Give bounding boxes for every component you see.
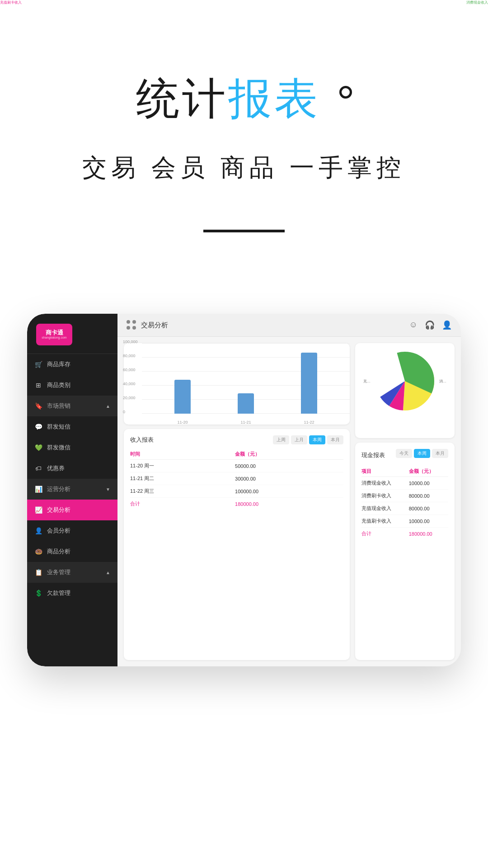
sidebar-label-sms: 群发短信 <box>47 423 70 431</box>
hero-title-prefix: 统计 <box>136 74 228 123</box>
revenue-header: 收入报表 上周 上月 本周 本月 <box>130 435 343 444</box>
sidebar-logo: 商卡通 shangkatong.com <box>27 314 117 354</box>
sidebar-item-goods-category[interactable]: ⊞ 商品类别 <box>27 375 117 396</box>
sidebar-label-business: 业务管理 <box>47 568 70 576</box>
sidebar-item-marketing[interactable]: 🔖 市场营销 ▲ <box>27 396 117 416</box>
main-header: 交易分析 ☺ 🎧 👤 <box>117 314 461 337</box>
cash-tab-week[interactable]: 本周 <box>414 449 430 458</box>
cash-amount-2: 80000.00 <box>409 490 448 502</box>
sidebar-item-sms[interactable]: 💬 群发短信 <box>27 416 117 437</box>
cash-item-2: 消费刷卡收入 <box>361 490 409 502</box>
tab-last-week[interactable]: 上周 <box>273 435 289 444</box>
logo: 商卡通 shangkatong.com <box>36 324 72 345</box>
sidebar-item-goods-analysis[interactable]: 🍩 商品分析 <box>27 541 117 562</box>
sidebar-item-wechat[interactable]: 💚 群发微信 <box>27 437 117 458</box>
pie-chart-card: 充值刷卡收入 消费现金收入 <box>355 343 455 438</box>
hero-divider <box>203 230 285 232</box>
row-amount-2: 30000.00 <box>235 472 343 485</box>
logo-sub: shangkatong.com <box>42 336 66 340</box>
sidebar-item-goods-inventory[interactable]: 🛒 商品库存 <box>27 354 117 375</box>
headphone-icon[interactable]: 🎧 <box>425 320 435 330</box>
table-row: 消费现金收入 10000.00 <box>361 477 448 490</box>
x-label-1121: 11-21 <box>240 420 251 425</box>
bar-1120 <box>174 380 191 414</box>
sidebar-item-coupon[interactable]: 🏷 优惠券 <box>27 458 117 479</box>
col-amount: 金额（元） <box>235 449 343 460</box>
cash-total-amount: 180000.00 <box>409 528 448 540</box>
grid-icon: ⊞ <box>34 381 42 389</box>
pie-chart-wrapper: 充… 消… <box>361 349 448 413</box>
sidebar: 商卡通 shangkatong.com 🛒 商品库存 ⊞ 商品类别 🔖 市场营销… <box>27 314 117 666</box>
cash-item-3: 充值现金收入 <box>361 502 409 515</box>
cash-col-item: 项目 <box>361 466 409 477</box>
tab-this-week[interactable]: 本周 <box>309 435 325 444</box>
col-date: 时间 <box>130 449 235 460</box>
revenue-tabs: 上周 上月 本周 本月 <box>273 435 343 444</box>
x-label-1122: 11-22 <box>304 420 314 425</box>
sidebar-label-goods-analysis: 商品分析 <box>47 547 70 556</box>
bar-value-1122 <box>301 353 317 414</box>
sidebar-label-coupon: 优惠券 <box>47 464 65 472</box>
row-date-2: 11-21 周二 <box>130 472 235 485</box>
bar-value-1120 <box>174 380 191 414</box>
sidebar-item-member[interactable]: 👤 会员分析 <box>27 520 117 541</box>
row-date-1: 11-20 周一 <box>130 460 235 472</box>
sidebar-item-trade[interactable]: 📈 交易分析 <box>27 500 117 520</box>
arrow-down-icon: ▼ <box>106 487 110 492</box>
revenue-title: 收入报表 <box>130 436 154 444</box>
tab-last-month[interactable]: 上月 <box>291 435 307 444</box>
bar-value-1121 <box>238 393 254 414</box>
bar-1121 <box>238 393 254 414</box>
cart-icon: 🛒 <box>34 360 42 368</box>
bar-1122 <box>301 353 317 414</box>
sidebar-item-operations[interactable]: 📊 运营分析 ▼ <box>27 479 117 500</box>
header-icons: ☺ 🎧 👤 <box>409 320 452 330</box>
row-date-3: 11-22 周三 <box>130 485 235 498</box>
sidebar-label-operations: 运营分析 <box>47 485 70 493</box>
header-left: 交易分析 <box>127 320 168 330</box>
chat-icon: 💬 <box>34 423 42 431</box>
table-row: 11-22 周三 100000.00 <box>130 485 343 498</box>
dashboard-mockup: 商卡通 shangkatong.com 🛒 商品库存 ⊞ 商品类别 🔖 市场营销… <box>27 314 461 666</box>
sidebar-label-wechat: 群发微信 <box>47 443 70 452</box>
revenue-total-row: 合计 180000.00 <box>130 498 343 510</box>
cash-item-1: 消费现金收入 <box>361 477 409 490</box>
bar-chart-card: 100,000 80,000 60,000 40,000 20,000 0 <box>124 343 350 425</box>
table-row: 充值现金收入 80000.00 <box>361 502 448 515</box>
user-profile-icon[interactable]: 👤 <box>442 320 452 330</box>
bookmark-icon: 🔖 <box>34 402 42 410</box>
sidebar-label-goods-inventory: 商品库存 <box>47 360 70 368</box>
sidebar-item-debt[interactable]: 💲 欠款管理 <box>27 583 117 604</box>
menu-dots[interactable] <box>127 320 136 330</box>
sidebar-label-marketing: 市场营销 <box>47 402 70 410</box>
revenue-card: 收入报表 上周 上月 本周 本月 时间 <box>124 429 350 660</box>
bar-chart-icon: 📊 <box>34 485 42 493</box>
dashboard-body: 100,000 80,000 60,000 40,000 20,000 0 <box>117 337 461 666</box>
cash-tab-today[interactable]: 今天 <box>396 449 412 458</box>
cash-table: 项目 金额（元） 消费现金收入 10000.00 消费刷卡收 <box>361 466 448 540</box>
total-label: 合计 <box>130 498 235 510</box>
logo-text: 商卡通 <box>46 330 63 336</box>
table-row: 11-21 周二 30000.00 <box>130 472 343 485</box>
pie-side-labels: 充… 消… <box>361 379 448 384</box>
emoji-icon[interactable]: ☺ <box>409 320 418 330</box>
sidebar-label-trade: 交易分析 <box>47 506 70 514</box>
sidebar-nav: 🛒 商品库存 ⊞ 商品类别 🔖 市场营销 ▲ 💬 群发短信 💚 <box>27 354 117 666</box>
sidebar-item-business[interactable]: 📋 业务管理 ▲ <box>27 562 117 583</box>
table-row: 11-20 周一 50000.00 <box>130 460 343 472</box>
cash-report-card: 现金报表 今天 本周 本月 项目 金额（元） <box>355 443 455 660</box>
tab-this-month[interactable]: 本月 <box>327 435 343 444</box>
trend-icon: 📈 <box>34 506 42 514</box>
sidebar-label-debt: 欠款管理 <box>47 589 70 597</box>
debt-icon: 💲 <box>34 589 42 597</box>
header-title: 交易分析 <box>141 321 168 330</box>
main-content: 交易分析 ☺ 🎧 👤 100,000 80,000 <box>117 314 461 666</box>
arrow-up-icon: ▲ <box>106 404 110 409</box>
panel-left: 100,000 80,000 60,000 40,000 20,000 0 <box>124 343 350 660</box>
hero-subtitle: 交易 会员 商品 一手掌控 <box>0 151 488 184</box>
cash-amount-4: 10000.00 <box>409 515 448 528</box>
sidebar-label-goods-category: 商品类别 <box>47 381 70 389</box>
x-label-1120: 11-20 <box>177 420 188 425</box>
cash-tab-month[interactable]: 本月 <box>432 449 448 458</box>
cash-header: 现金报表 今天 本周 本月 <box>361 449 448 462</box>
